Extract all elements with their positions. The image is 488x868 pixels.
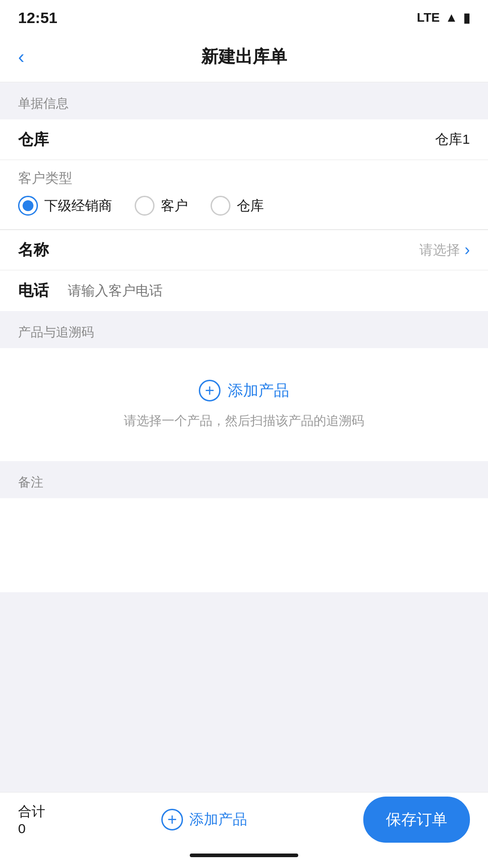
phone-row: 电话 — [0, 270, 488, 311]
radio-circle-customer — [135, 196, 155, 216]
product-card: + 添加产品 请选择一个产品，然后扫描该产品的追溯码 — [0, 348, 488, 461]
status-bar: 12:51 LTE ▲ ▮ — [0, 0, 488, 32]
save-order-button[interactable]: 保存订单 — [363, 797, 470, 843]
warehouse-value: 仓库1 — [63, 130, 470, 149]
battery-icon: ▮ — [463, 10, 470, 25]
info-card: 仓库 仓库1 客户类型 下级经销商 客户 仓库 名称 请选择 › 电话 — [0, 119, 488, 311]
name-row[interactable]: 名称 请选择 › — [0, 230, 488, 270]
content-spacer — [0, 592, 488, 792]
customer-type-section: 客户类型 下级经销商 客户 仓库 — [0, 160, 488, 230]
back-button[interactable]: ‹ — [18, 46, 24, 68]
phone-label: 电话 — [18, 280, 54, 301]
customer-type-radio-group: 下级经销商 客户 仓库 — [18, 196, 470, 216]
radio-distributor[interactable]: 下级经销商 — [18, 196, 112, 216]
add-icon: + — [199, 380, 221, 401]
name-chevron: › — [465, 241, 470, 259]
section-remarks-label: 备注 — [0, 461, 488, 498]
page-header: ‹ 新建出库单 — [0, 32, 488, 82]
bottom-add-label: 添加产品 — [189, 810, 247, 830]
total-value: 0 — [18, 821, 45, 836]
bottom-add-product-button[interactable]: + 添加产品 — [59, 809, 350, 830]
bottom-bar: 合计 0 + 添加产品 保存订单 — [0, 792, 488, 846]
remarks-card — [0, 498, 488, 592]
name-placeholder: 请选择 — [63, 241, 460, 259]
status-icons: LTE ▲ ▮ — [417, 10, 470, 25]
radio-circle-distributor — [18, 196, 38, 216]
remarks-textarea[interactable] — [0, 498, 488, 589]
radio-label-distributor: 下级经销商 — [44, 197, 112, 215]
add-product-button[interactable]: + 添加产品 — [199, 380, 289, 401]
customer-type-label: 客户类型 — [18, 169, 470, 188]
radio-warehouse[interactable]: 仓库 — [211, 196, 264, 216]
home-indicator — [0, 846, 488, 868]
bottom-add-icon: + — [161, 809, 183, 830]
status-time: 12:51 — [18, 9, 57, 27]
signal-icon: ▲ — [445, 10, 458, 25]
total-section: 合计 0 — [18, 802, 45, 836]
radio-label-customer: 客户 — [161, 197, 188, 215]
total-label: 合计 — [18, 802, 45, 821]
warehouse-row[interactable]: 仓库 仓库1 — [0, 119, 488, 160]
warehouse-label: 仓库 — [18, 129, 63, 150]
product-hint: 请选择一个产品，然后扫描该产品的追溯码 — [124, 412, 364, 429]
lte-icon: LTE — [417, 10, 440, 25]
add-product-label: 添加产品 — [228, 380, 289, 401]
phone-input[interactable] — [68, 283, 470, 298]
radio-label-warehouse: 仓库 — [237, 197, 264, 215]
home-bar — [190, 854, 298, 857]
radio-circle-warehouse — [211, 196, 230, 216]
name-label: 名称 — [18, 240, 63, 260]
section-info-label: 单据信息 — [0, 82, 488, 119]
page-title: 新建出库单 — [201, 45, 287, 68]
radio-customer[interactable]: 客户 — [135, 196, 188, 216]
section-product-label: 产品与追溯码 — [0, 311, 488, 348]
